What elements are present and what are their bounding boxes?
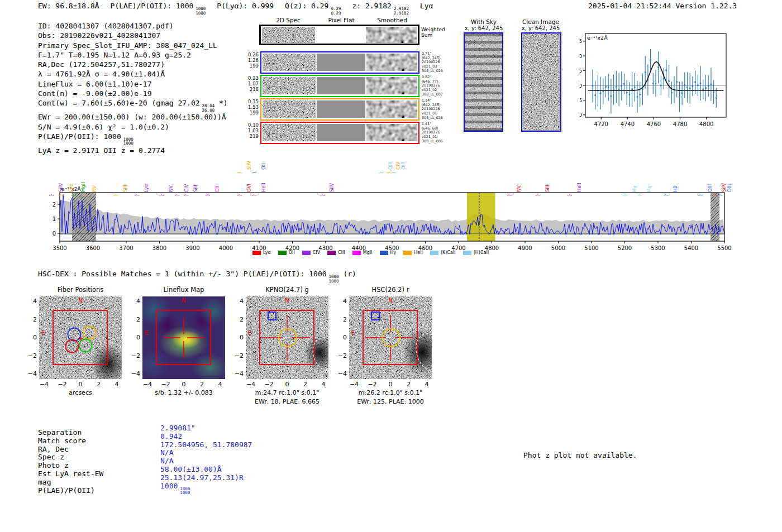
emission-line-label: OIII (388, 162, 393, 170)
x-tick-label: 4 (322, 381, 326, 388)
match-label: mag (38, 478, 103, 487)
spec2d-fiber-row (260, 122, 419, 144)
fiber-row-stats: 0.23 1.07 218 (244, 76, 259, 92)
fiber-row-meta: 1.14" (642, 245) 20190226 v021_01 308_LL… (422, 99, 443, 121)
legend-swatch (302, 251, 311, 255)
emission-line-label: OIII (400, 162, 406, 170)
svg-text:4900: 4900 (518, 245, 532, 251)
legend-swatch (352, 251, 361, 255)
report-title-stats: EW: 96.8±18.8ÅP(LAE)/P(OII): 10001000100… (38, 2, 444, 15)
x-tick-label: 0 (79, 381, 83, 388)
svg-text:4740: 4740 (621, 121, 635, 127)
fiber-smoothed-image (366, 54, 417, 71)
line-brace-icon: { (174, 194, 179, 196)
fiber-smoothed-image (366, 100, 417, 118)
legend-item: Lyα (252, 250, 271, 255)
x-tick-label: 4 (115, 381, 119, 388)
panel-caption: m:26.2 rc:1.0" s:0.1" (337, 389, 444, 396)
match-label: RA, Dec (38, 445, 103, 454)
legend-item: OII (278, 250, 295, 255)
info-line: S/N = 4.9(±0.6) χ² = 1.0(±0.2) (38, 122, 228, 132)
legend-label: Hγ (390, 250, 397, 255)
x-tick-label: 0 (389, 381, 393, 388)
info-line: ID: 4028041307 (4028041307.pdf) (38, 21, 228, 31)
qz-stat: Q(z): 0.290.290.29 (285, 2, 341, 10)
fiber-2dspec-image (263, 124, 316, 141)
y-tick-label: −2 (334, 352, 347, 360)
emission-line-label: NV (92, 185, 97, 192)
y-tick-label: −4 (24, 370, 37, 377)
panel-title: KPNO(24.7) g (246, 286, 328, 294)
y-tick-label: 0 (24, 334, 37, 341)
svg-text:4800: 4800 (699, 121, 713, 127)
line-brace-icon: { (205, 194, 210, 196)
emission-line-label: Hγ (632, 186, 637, 192)
legend-swatch (252, 251, 261, 255)
legend-item: CIII (327, 250, 345, 255)
svg-text:4000: 4000 (219, 245, 233, 251)
y-tick-label: 4 (231, 298, 244, 305)
legend-swatch (430, 251, 438, 255)
fiber-pixelflat-image (317, 124, 365, 141)
info-line: LineFlux = 6.00(±1.10)e-17 (38, 79, 228, 89)
plya-stat: P(Lyα): 0.999 (217, 2, 274, 10)
x-tick-label: −4 (143, 381, 152, 388)
emission-line-label: NV (168, 185, 174, 192)
hsc-dex-summary: HSC-DEX : Possible Matches = 1 (within +… (38, 270, 356, 283)
line-brace-icon: { (237, 194, 242, 196)
match-label: Spec z (38, 453, 103, 462)
legend-label: MgII (363, 250, 373, 255)
svg-text:−0.5: −0.5 (580, 97, 582, 103)
x-tick-label: −2 (58, 381, 66, 388)
y-tick-label: 2 (231, 316, 244, 323)
info-line: RA,Dec (172.504257,51.780277) (38, 60, 228, 69)
fiber-pixelflat-image (317, 77, 365, 94)
svg-text:3700: 3700 (119, 245, 133, 251)
info-line: LyA z = 2.9171 OII z = 0.2774 (38, 146, 228, 155)
legend-swatch (327, 251, 336, 255)
weighted-sum-label: Weighted Sum (421, 27, 445, 38)
legend-item: HeII (403, 250, 423, 255)
compass-east-label: E (145, 330, 148, 336)
line-brace-icon: { (183, 194, 188, 196)
line-brace-icon: { (113, 194, 118, 196)
y-tick-label: 0 (334, 334, 347, 341)
emission-line-label: SiIV (246, 161, 252, 170)
x-tick-label: −2 (368, 381, 376, 388)
fiber-row-meta: 1.41" (646, 68) 20190226 v021_01 308_LL_… (422, 122, 443, 144)
line-brace-icon: { (567, 194, 572, 196)
hsc-overlay (349, 296, 432, 379)
line-brace-icon: { (237, 171, 242, 174)
x-tick-label: 4 (425, 381, 429, 388)
legend-item: (K)CaII (430, 250, 456, 255)
svg-text:4720: 4720 (594, 121, 608, 127)
spec2d-col-header: Pixel Flat (313, 17, 369, 23)
svg-text:5500: 5500 (717, 245, 731, 251)
panel-lineflux-map: Lineflux Map N E −4−4−2−2002244 s/b: 1.3… (142, 286, 225, 294)
fiber-row-meta: 0.71" (642, 245) 20190226 v021_03 308_LL… (422, 52, 443, 74)
line-brace-icon: { (622, 194, 627, 196)
compass-north-label: N (182, 298, 185, 304)
y-tick-label: 4 (24, 298, 37, 305)
y-tick-label: −2 (127, 352, 140, 360)
compass-north-label: N (388, 298, 392, 304)
timestamp-version: 2025-01-04 21:52:44 Version 1.22.3 (588, 2, 737, 10)
kpno-overlay (246, 296, 328, 379)
x-tick-label: −2 (161, 381, 170, 388)
withsky-cutout (464, 32, 503, 132)
plae-poii-stat: P(LAE)/P(OII): 100010001000 (111, 2, 206, 10)
lineflux-overlay (142, 296, 225, 379)
match-label: Separation (38, 429, 103, 437)
panel-caption: m:24.7 rc:1.0" s:0.1" (234, 389, 340, 396)
y-tick-label: −4 (127, 370, 140, 377)
match-value: N/A (160, 449, 252, 457)
emission-line-label: SiII (545, 185, 550, 192)
x-tick-label: −2 (264, 381, 273, 388)
legend-item: MgII (352, 250, 373, 255)
panel-hsc-r: HSC(26.2) r N E −4−4−2−2002244 m:26.2 rc… (349, 286, 432, 294)
x-tick-label: 2 (200, 381, 204, 388)
emission-line-label: CII (214, 186, 220, 192)
match-value: 25.13(24.97,25.31)R (160, 474, 252, 482)
line-brace-icon: { (71, 194, 76, 196)
ew-stat: EW: 96.8±18.8Å (38, 2, 99, 10)
